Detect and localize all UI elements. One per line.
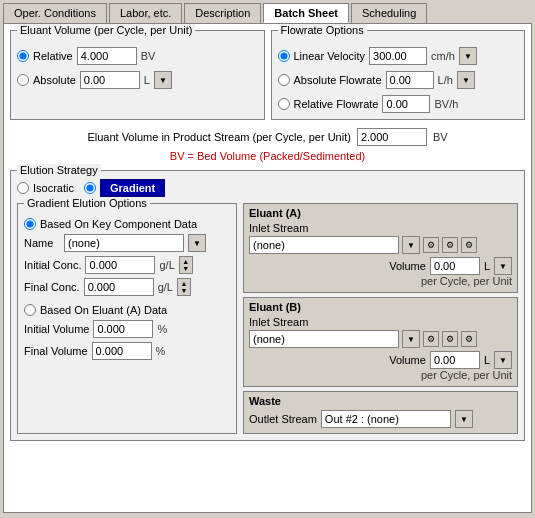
- eluant-a-volume-input[interactable]: [430, 257, 480, 275]
- key-component-radio[interactable]: [24, 218, 36, 230]
- right-panel: Eluant (A) Inlet Stream ▼ ⚙ ⚙ ⚙ Volume L…: [243, 203, 518, 434]
- linear-velocity-unit: cm/h: [431, 50, 455, 62]
- waste-title: Waste: [249, 395, 512, 407]
- eluant-b-volume-label: Volume: [389, 354, 426, 366]
- initial-volume-input[interactable]: [93, 320, 153, 338]
- tab-batch-sheet[interactable]: Batch Sheet: [263, 3, 349, 23]
- bv-line-label: Eluant Volume in Product Stream (per Cyc…: [87, 131, 351, 143]
- absolute-flowrate-dropdown[interactable]: ▼: [457, 71, 475, 89]
- final-conc-label: Final Conc.: [24, 281, 80, 293]
- eluant-a-box: Eluant (A) Inlet Stream ▼ ⚙ ⚙ ⚙ Volume L…: [243, 203, 518, 293]
- isocratic-radio-label[interactable]: Isocratic: [17, 182, 74, 194]
- eluant-b-stream-dropdown[interactable]: ▼: [402, 330, 420, 348]
- linear-velocity-input[interactable]: [369, 47, 427, 65]
- eluant-a-per-cycle: per Cycle, per Unit: [249, 275, 512, 287]
- initial-conc-spinner[interactable]: ▲▼: [179, 256, 193, 274]
- eluant-a-volume-label: Volume: [389, 260, 426, 272]
- gradient-button[interactable]: Gradient: [100, 179, 165, 197]
- absolute-flowrate-radio-label[interactable]: Absolute Flowrate: [278, 74, 382, 86]
- eluant-b-icon3[interactable]: ⚙: [461, 331, 477, 347]
- elution-body: Gradient Elution Options Based On Key Co…: [17, 203, 518, 434]
- eluant-b-title: Eluant (B): [249, 301, 512, 313]
- relative-radio-label[interactable]: Relative: [17, 50, 73, 62]
- absolute-dropdown-btn[interactable]: ▼: [154, 71, 172, 89]
- relative-flowrate-radio-label[interactable]: Relative Flowrate: [278, 98, 379, 110]
- gradient-options-title: Gradient Elution Options: [24, 197, 150, 209]
- final-conc-input[interactable]: [84, 278, 154, 296]
- eluant-a-data-radio[interactable]: [24, 304, 36, 316]
- bv-value-input[interactable]: [357, 128, 427, 146]
- isocratic-radio[interactable]: [17, 182, 29, 194]
- eluant-b-volume-dropdown[interactable]: ▼: [494, 351, 512, 369]
- absolute-radio[interactable]: [17, 74, 29, 86]
- absolute-radio-label[interactable]: Absolute: [17, 74, 76, 86]
- eluant-b-icon1[interactable]: ⚙: [423, 331, 439, 347]
- bv-line: Eluant Volume in Product Stream (per Cyc…: [10, 128, 525, 146]
- elution-title: Elution Strategy: [17, 164, 101, 176]
- eluant-b-stream-input[interactable]: [249, 330, 399, 348]
- relative-unit: BV: [141, 50, 156, 62]
- bv-unit: BV: [433, 131, 448, 143]
- initial-conc-input[interactable]: [85, 256, 155, 274]
- absolute-unit: L: [144, 74, 150, 86]
- absolute-value-input[interactable]: [80, 71, 140, 89]
- tab-labor[interactable]: Labor, etc.: [109, 3, 182, 23]
- bv-note: BV = Bed Volume (Packed/Sedimented): [10, 150, 525, 162]
- eluant-a-inlet-label: Inlet Stream: [249, 222, 512, 234]
- eluant-a-stream-input[interactable]: [249, 236, 399, 254]
- absolute-flowrate-input[interactable]: [386, 71, 434, 89]
- eluant-a-title: Eluant (A): [249, 207, 512, 219]
- eluant-a-icon1[interactable]: ⚙: [423, 237, 439, 253]
- outlet-stream-input[interactable]: [321, 410, 451, 428]
- flowrate-box: Flowrate Options Linear Velocity cm/h ▼ …: [271, 30, 526, 120]
- relative-flowrate-input[interactable]: [382, 95, 430, 113]
- linear-velocity-dropdown[interactable]: ▼: [459, 47, 477, 65]
- waste-box: Waste Outlet Stream ▼: [243, 391, 518, 434]
- final-volume-input[interactable]: [92, 342, 152, 360]
- relative-flowrate-unit: BV/h: [434, 98, 458, 110]
- name-input[interactable]: [64, 234, 184, 252]
- absolute-flowrate-radio[interactable]: [278, 74, 290, 86]
- final-volume-unit: %: [156, 345, 166, 357]
- absolute-flowrate-unit: L/h: [438, 74, 453, 86]
- initial-conc-unit: g/L: [159, 259, 174, 271]
- eluant-a-icon3[interactable]: ⚙: [461, 237, 477, 253]
- tab-description[interactable]: Description: [184, 3, 261, 23]
- outlet-stream-label: Outlet Stream: [249, 413, 317, 425]
- initial-volume-label: Initial Volume: [24, 323, 89, 335]
- relative-value-input[interactable]: [77, 47, 137, 65]
- relative-flowrate-radio[interactable]: [278, 98, 290, 110]
- flowrate-title: Flowrate Options: [278, 24, 367, 36]
- eluant-b-volume-input[interactable]: [430, 351, 480, 369]
- linear-velocity-radio-label[interactable]: Linear Velocity: [278, 50, 366, 62]
- eluant-a-icon2[interactable]: ⚙: [442, 237, 458, 253]
- tab-scheduling[interactable]: Scheduling: [351, 3, 427, 23]
- outlet-stream-dropdown[interactable]: ▼: [455, 410, 473, 428]
- eluant-b-inlet-label: Inlet Stream: [249, 316, 512, 328]
- elution-section: Elution Strategy Isocratic Gradient Grad…: [10, 170, 525, 441]
- gradient-options-box: Gradient Elution Options Based On Key Co…: [17, 203, 237, 434]
- final-conc-unit: g/L: [158, 281, 173, 293]
- eluant-a-volume-unit: L: [484, 260, 490, 272]
- eluant-volume-box: Eluant Volume (per Cycle, per Unit) Rela…: [10, 30, 265, 120]
- eluant-a-volume-dropdown[interactable]: ▼: [494, 257, 512, 275]
- gradient-radio-label[interactable]: Gradient: [84, 179, 165, 197]
- main-content: Eluant Volume (per Cycle, per Unit) Rela…: [3, 23, 532, 513]
- tab-bar: Oper. Conditions Labor, etc. Description…: [0, 0, 535, 23]
- eluant-b-per-cycle: per Cycle, per Unit: [249, 369, 512, 381]
- eluant-a-stream-dropdown[interactable]: ▼: [402, 236, 420, 254]
- eluant-b-box: Eluant (B) Inlet Stream ▼ ⚙ ⚙ ⚙ Volume L…: [243, 297, 518, 387]
- eluant-a-radio-label[interactable]: Based On Eluant (A) Data: [24, 304, 167, 316]
- eluant-volume-title: Eluant Volume (per Cycle, per Unit): [17, 24, 195, 36]
- name-dropdown[interactable]: ▼: [188, 234, 206, 252]
- gradient-radio[interactable]: [84, 182, 96, 194]
- eluant-b-volume-unit: L: [484, 354, 490, 366]
- key-component-radio-label[interactable]: Based On Key Component Data: [24, 218, 197, 230]
- initial-conc-label: Initial Conc.: [24, 259, 81, 271]
- linear-velocity-radio[interactable]: [278, 50, 290, 62]
- relative-radio[interactable]: [17, 50, 29, 62]
- eluant-b-icon2[interactable]: ⚙: [442, 331, 458, 347]
- tab-oper-conditions[interactable]: Oper. Conditions: [3, 3, 107, 23]
- initial-volume-unit: %: [157, 323, 167, 335]
- final-conc-spinner[interactable]: ▲▼: [177, 278, 191, 296]
